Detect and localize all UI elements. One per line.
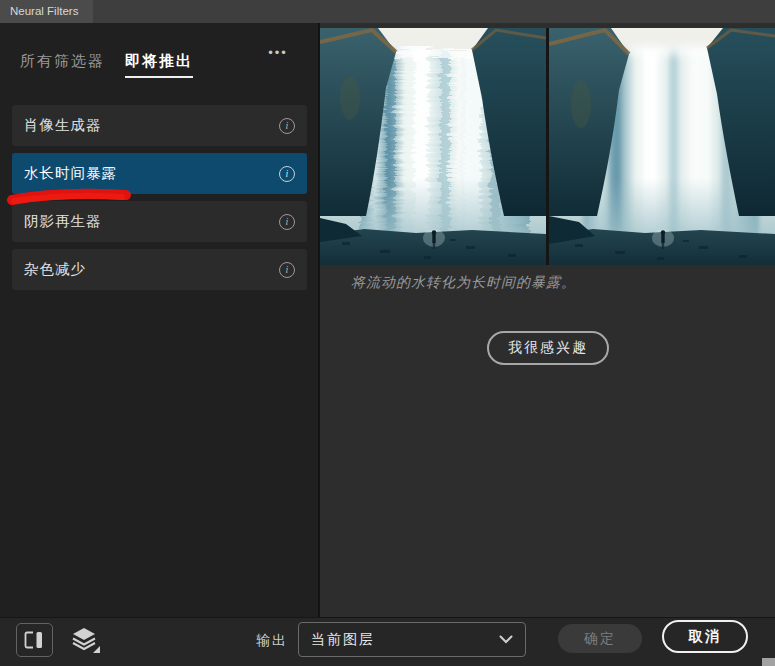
- filter-item-water-long-exposure[interactable]: 水长时间暴露 i: [12, 153, 307, 194]
- filter-tabs: 所有筛选器 即将推出 •••: [0, 47, 318, 83]
- tab-all-filters[interactable]: 所有筛选器: [20, 52, 105, 71]
- filter-item-label: 阴影再生器: [24, 212, 279, 231]
- window-resize-grip[interactable]: [762, 658, 775, 666]
- ok-button[interactable]: 确定: [558, 624, 642, 653]
- split-view-icon: [24, 631, 46, 649]
- filter-item-portrait-generator[interactable]: 肖像生成器 i: [12, 105, 307, 146]
- tab-coming-soon[interactable]: 即将推出: [125, 52, 193, 71]
- info-icon[interactable]: i: [279, 118, 295, 134]
- filter-item-label: 杂色减少: [24, 260, 279, 279]
- info-icon[interactable]: i: [279, 262, 295, 278]
- filters-sidebar: 所有筛选器 即将推出 ••• 肖像生成器 i 水长时间暴露 i 阴影再生器 i …: [0, 23, 318, 617]
- preview-after-image: [549, 28, 775, 265]
- split-preview-toggle-button[interactable]: [16, 623, 53, 657]
- chevron-down-icon: [499, 635, 513, 644]
- cancel-button[interactable]: 取消: [662, 620, 748, 653]
- flyout-triangle-icon: [93, 646, 100, 653]
- info-icon[interactable]: i: [279, 166, 295, 182]
- filter-item-label: 水长时间暴露: [24, 164, 279, 183]
- filter-description: 将流动的水转化为长时间的暴露。: [351, 274, 751, 292]
- preview-panel: 将流动的水转化为长时间的暴露。 我很感兴趣: [320, 23, 775, 617]
- output-label: 输出: [256, 632, 288, 650]
- output-dropdown-value: 当前图层: [311, 631, 499, 649]
- window-tab-neural-filters[interactable]: Neural Filters: [0, 0, 93, 23]
- filter-item-shadow-regenerator[interactable]: 阴影再生器 i: [12, 201, 307, 242]
- layers-flyout-button[interactable]: [70, 625, 102, 655]
- interested-button[interactable]: 我很感兴趣: [487, 331, 609, 365]
- layers-icon: [71, 626, 101, 654]
- footer-bar: 输出 当前图层 确定 取消: [0, 617, 775, 666]
- neural-filters-dialog: Neural Filters 所有筛选器 即将推出 ••• 肖像生成器 i 水长…: [0, 0, 775, 666]
- info-icon[interactable]: i: [279, 214, 295, 230]
- filter-item-label: 肖像生成器: [24, 116, 279, 135]
- preview-before-image: [320, 28, 546, 265]
- window-title-strip: Neural Filters: [0, 0, 775, 23]
- filter-item-noise-reduction[interactable]: 杂色减少 i: [12, 249, 307, 290]
- more-options-icon[interactable]: •••: [263, 41, 293, 65]
- output-dropdown[interactable]: 当前图层: [298, 622, 526, 657]
